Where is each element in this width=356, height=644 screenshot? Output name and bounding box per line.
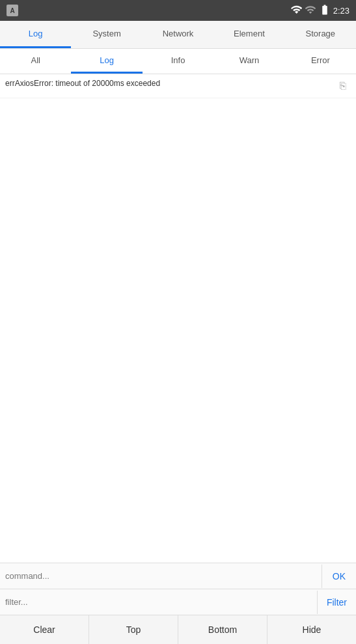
subtab-info[interactable]: Info	[143, 49, 213, 74]
subtab-all[interactable]: All	[0, 49, 71, 74]
log-content-area: errAxiosError: timeout of 20000ms exceed…	[0, 74, 356, 563]
tab-system[interactable]: System	[71, 21, 142, 48]
filter-input[interactable]	[0, 589, 317, 615]
log-entry: errAxiosError: timeout of 20000ms exceed…	[0, 74, 356, 98]
ok-button[interactable]: OK	[322, 565, 356, 588]
battery-icon	[319, 4, 331, 18]
wifi-icon	[290, 4, 302, 18]
subtab-error[interactable]: Error	[285, 49, 356, 74]
tab-network[interactable]: Network	[143, 21, 213, 48]
sub-tabs-bar: All Log Info Warn Error	[0, 49, 356, 74]
command-input[interactable]	[0, 563, 322, 589]
subtab-log[interactable]: Log	[71, 49, 142, 74]
bottom-bar: Clear Top Bottom Hide	[0, 615, 356, 644]
status-bar: A 2:23	[0, 0, 356, 21]
tab-storage[interactable]: Storage	[285, 21, 356, 48]
app-icon: A	[7, 5, 18, 16]
clear-button[interactable]: Clear	[0, 615, 89, 644]
signal-icon	[305, 4, 316, 18]
subtab-warn[interactable]: Warn	[213, 49, 284, 74]
bottom-button[interactable]: Bottom	[178, 615, 267, 644]
time-display: 2:23	[333, 6, 349, 16]
tab-element[interactable]: Element	[213, 21, 284, 48]
filter-button[interactable]: Filter	[317, 591, 356, 614]
copy-icon[interactable]: ⎘	[335, 78, 351, 94]
log-entry-text: errAxiosError: timeout of 20000ms exceed…	[5, 78, 335, 89]
filter-area: Filter	[0, 589, 356, 615]
tab-log[interactable]: Log	[0, 21, 71, 48]
status-bar-left: A	[7, 5, 18, 16]
top-tabs-bar: Log System Network Element Storage	[0, 21, 356, 49]
hide-button[interactable]: Hide	[267, 615, 356, 644]
status-bar-right: 2:23	[290, 4, 349, 18]
command-area: OK	[0, 563, 356, 589]
top-button[interactable]: Top	[89, 615, 178, 644]
